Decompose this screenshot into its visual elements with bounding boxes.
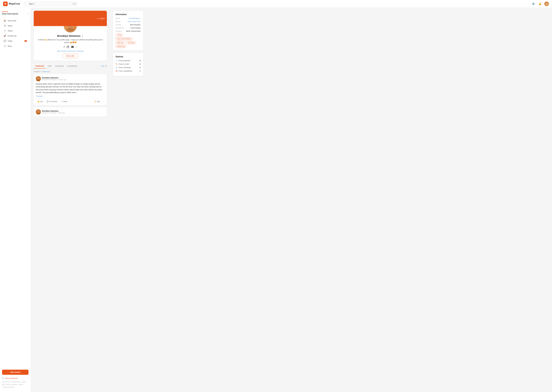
avatar[interactable]: B [544,1,549,6]
search-icon: 🔍 [29,3,32,5]
tag-top-news[interactable]: Top News [126,41,136,44]
faq-link[interactable]: FAQ [2,384,5,385]
add-content-button[interactable]: Add content [2,370,28,375]
mixes-icon: ☰ [4,25,6,27]
stat-row-unpublished: 🚫 Posts unpublished 1 [115,70,141,72]
published-value: 5 [140,60,141,62]
social-icons: f ♪ [37,46,104,49]
sidebar-item-pinned-mix[interactable]: 🚀 Pinned mix [1,33,29,38]
info-row-location: Location Berlin, Deutschland [115,30,141,32]
home-icon: 🏠 [4,19,6,22]
svg-point-8 [37,77,40,79]
comments-button[interactable]: 💬 Comments [45,100,59,103]
topics-icon: # [4,30,6,32]
instagram-icon[interactable] [67,46,69,49]
terms-link[interactable]: Terms of Use [2,381,10,383]
imprint-link[interactable]: Imprint [21,381,26,383]
like-button[interactable]: 👍 Like [36,100,45,103]
main-content: ↪ Logout [31,8,110,392]
phone-value[interactable]: +49 34 1234 4321 [127,21,141,22]
scheduled-label: Posts scheduled [119,67,131,69]
content-area: ↪ Logout [31,8,552,392]
posted-in-channel[interactable]: Newsroom [42,71,50,73]
info-row-department: Department UX/UI Design [115,27,141,29]
stat-left-published: 📄 Posts published [115,60,130,62]
notifications-button[interactable]: 🔔 [538,1,542,6]
translate-link[interactable]: Translate [36,95,43,97]
unpublished-label: Posts unpublished [119,70,132,72]
tag-tchop[interactable]: Tchop [115,34,123,36]
profile-url[interactable]: https://tchop.io/chat-and-community [37,50,104,52]
more-footer-link[interactable]: More ∨ [19,384,23,385]
admin-label: Admin dashboard [5,377,18,379]
stat-left-drafts: ✏️ Posts in drafts [115,63,129,65]
youtube-icon[interactable] [71,46,74,49]
post-body: Exciting News! We've captured some incre… [36,83,105,94]
edit-icon: ✏️ [94,100,96,102]
tab-published[interactable]: Published [34,64,46,69]
post-card-2: Brooklyn Simmons Posted in "Our Blog" • … [34,107,107,117]
channel-dropdown[interactable]: News feed channel ▾ [2,13,28,15]
position-value: Web Designer [130,24,141,26]
sidebar-item-topics[interactable]: # Topics [1,28,29,33]
tags-row: Tchop New Social Network Web App Top New… [115,34,141,48]
notification-dot [541,2,542,3]
info-card: Information Email brook@mega.io Phone +4… [113,11,143,50]
channel-label: Channel [2,11,28,13]
admin-dashboard-link[interactable]: 🔧 Admin dashboard [2,377,28,379]
share-icon: ↗ [61,100,62,102]
email-value[interactable]: brook@mega.io [129,17,141,19]
drafts-label: Posts in drafts [119,63,129,65]
pinned-icon: 🚀 [4,35,6,37]
sidebar-item-chats[interactable]: 💬 Chats 2 [1,38,29,43]
admin-icon: 🔧 [2,377,4,379]
info-row-phone: Phone +49 34 1234 4321 [115,21,141,22]
comment-icon: 💬 [47,100,49,102]
scheduled-value: 1 [140,67,141,69]
post-subtitle-2: Posted in "Our Blog" • 2 days ago [42,112,65,114]
share-button[interactable]: ↗ Teilen [59,100,69,103]
logo-icon: M [3,1,8,6]
privacy-link[interactable]: Privacy Policy [12,381,20,383]
stat-row-drafts: ✏️ Posts in drafts 2 [115,63,141,65]
tiktok-icon[interactable]: ♪ [76,46,77,49]
gender-symbol: ♀ [82,35,84,37]
tab-scheduled[interactable]: Scheduled [53,64,65,69]
general-link[interactable]: General Questions [6,384,18,385]
tab-unpublished[interactable]: Unpublished [65,64,79,69]
edit-profile-button[interactable]: Edit profile [62,54,78,58]
facebook-icon[interactable]: f [64,46,64,49]
tag-new-social-network[interactable]: New Social Network [115,37,133,40]
settings-button[interactable]: ⚙️ [531,1,536,6]
logo[interactable]: M MegaCorp [3,1,20,6]
right-panel: Information Email brook@mega.io Phone +4… [110,8,143,392]
department-value: UX/UI Design [130,27,141,29]
sidebar-item-more[interactable]: ⊙ More [1,43,29,49]
svg-point-1 [67,28,74,31]
svg-point-5 [67,46,68,47]
search-input[interactable] [24,2,78,6]
like-icon: 👍 [37,100,39,102]
unpublished-value: 1 [140,70,141,72]
tag-mobile-app[interactable]: Mobile App [115,45,126,48]
logout-icon: ↪ [97,17,99,19]
post-subtitle: Posted in "Newsroom" • 30 min ago [42,79,105,81]
sidebar-item-label: Mixes [8,25,12,27]
profile-name: Brooklyn Simmons ♀ [37,35,104,37]
tab-draft[interactable]: Draft [46,64,53,69]
nav-right: ⚙️ 🔔 B [531,1,549,6]
logout-button[interactable]: ↪ Logout [97,12,105,25]
more-options-button[interactable]: ··· [102,100,105,103]
tag-web-app[interactable]: Web App [115,41,125,44]
edit-button[interactable]: ✏️ Edit [93,100,101,103]
posted-in-label: Posted in: [34,71,41,73]
stat-row-published: 📄 Posts published 5 [115,60,141,62]
filter-button[interactable]: Filter ⚙ [101,65,107,67]
post-actions: 👍 Like 💬 Comments ↗ Teilen ✏️ Edit [36,98,105,103]
sidebar-item-mixes[interactable]: ☰ Mixes [1,23,29,28]
sidebar-item-label: Pinned mix [8,35,16,37]
sidebar: Channel News feed channel ▾ 🏠 News feed … [0,8,31,392]
sidebar-item-news-feed[interactable]: 🏠 News feed [1,18,29,23]
sidebar-bottom: Add content 🔧 Admin dashboard Terms of U… [0,368,30,390]
drafts-value: 2 [140,63,141,65]
